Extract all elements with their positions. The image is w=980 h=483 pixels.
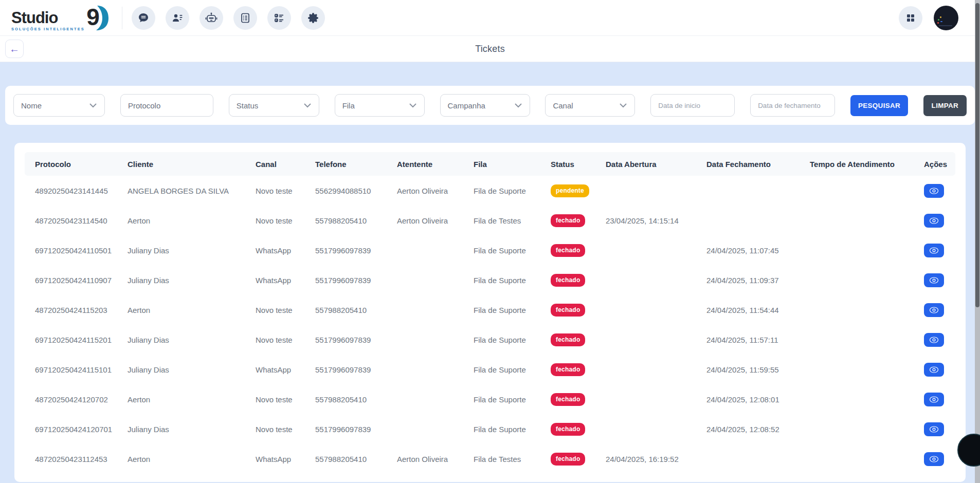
cell-telefone: 5517996097839 [315,276,397,285]
cell-acoes [924,393,955,406]
view-ticket-button[interactable] [924,422,944,436]
cell-acoes [924,452,955,466]
chevron-down-icon [303,103,312,108]
vertical-scrollbar[interactable] [975,0,980,483]
scrollbar-thumb[interactable] [975,3,979,307]
view-ticket-button[interactable] [924,214,944,228]
bot-icon[interactable] [199,6,223,30]
user-avatar[interactable] [934,6,958,30]
cell-data-fechamento: 24/04/2025, 11:07:45 [706,246,810,255]
table-row: 697120250424120701Juliany DiasNovo teste… [25,414,955,444]
table-row: 697120250424110907Juliany DiasWhatsApp55… [25,265,955,295]
logo-nine-mark: 9 [85,5,110,31]
table-row: 48920250423141445ANGELA BORGES DA SILVAN… [25,176,955,206]
cell-fila: Fila de Suporte [474,395,551,404]
view-ticket-button[interactable] [924,452,944,466]
col-telefone: Telefone [315,160,397,169]
table-row: 697120250424115101Juliany DiasWhatsApp55… [25,355,955,384]
contacts-icon[interactable] [166,6,189,30]
cell-canal: Novo teste [256,395,315,404]
cell-fila: Fila de Suporte [474,187,551,195]
table-row: 697120250424110501Juliany DiasWhatsApp55… [25,235,955,265]
tasks-checklist-icon[interactable] [267,6,291,30]
filter-nome-select[interactable]: Nome [13,94,105,117]
cell-canal: Novo teste [256,306,315,314]
cell-data-fechamento: 24/04/2025, 11:59:55 [706,365,810,374]
cell-atentente: Aerton Oliveira [397,216,474,225]
chevron-down-icon [89,103,97,108]
filter-fila-select[interactable]: Fila [335,94,425,117]
status-badge: fechado [551,274,585,287]
notes-icon[interactable] [233,6,257,30]
view-ticket-button[interactable] [924,333,944,347]
filter-status-select[interactable]: Status [229,94,319,117]
col-canal: Canal [256,160,315,169]
titlebar: ← Tickets [0,36,980,62]
cell-atentente: Aerton Oliveira [397,455,474,463]
cell-status: fechado [551,244,606,257]
status-badge: fechado [551,304,585,317]
cell-protocolo: 48720250423114540 [25,216,128,225]
status-badge: fechado [551,363,585,376]
cell-cliente: ANGELA BORGES DA SILVA [128,187,256,195]
cell-status: fechado [551,304,606,317]
chat-icon[interactable] [132,6,155,30]
apps-grid-icon[interactable] [899,6,922,30]
cell-fila: Fila de Testes [474,216,551,225]
view-ticket-button[interactable] [924,303,944,317]
cell-status: fechado [551,453,606,466]
settings-gear-icon[interactable] [301,6,325,30]
cell-acoes [924,273,955,287]
chevron-down-icon [409,103,417,108]
cell-protocolo: 48720250423112453 [25,455,128,463]
back-button[interactable]: ← [5,40,24,58]
col-atentente: Atentente [397,160,474,169]
studio9-logo[interactable]: Studio SOLUÇÕES INTELIGENTES 9 [7,5,117,31]
status-badge: fechado [551,423,585,436]
cell-status: fechado [551,274,606,287]
filter-data-fechamento-input[interactable]: Data de fechamento [750,94,835,117]
cell-protocolo: 697120250424110907 [25,276,128,285]
filter-protocolo-input[interactable]: Protocolo [120,94,213,117]
cell-acoes [924,244,955,257]
cell-protocolo: 48920250423141445 [25,187,128,195]
cell-cliente: Aerton [128,455,256,463]
col-protocolo: Protocolo [25,160,128,169]
cell-telefone: 5562994088510 [315,187,397,195]
table-row: 48720250423114540AertonNovo teste5579882… [25,206,955,235]
cell-canal: WhatsApp [256,455,315,463]
cell-acoes [924,363,955,377]
cell-cliente: Juliany Dias [128,365,256,374]
table-header-row: Protocolo Cliente Canal Telefone Atenten… [25,152,955,176]
cell-status: fechado [551,423,606,436]
divider [122,7,122,29]
view-ticket-button[interactable] [924,184,944,198]
cell-canal: Novo teste [256,425,315,434]
filter-canal-select[interactable]: Canal [545,94,635,117]
view-ticket-button[interactable] [924,363,944,377]
filter-campanha-select[interactable]: Campanha [440,94,530,117]
view-ticket-button[interactable] [924,273,944,287]
cell-data-fechamento: 24/04/2025, 11:54:44 [706,306,810,314]
cell-fila: Fila de Suporte [474,306,551,314]
status-badge: fechado [551,453,585,466]
cell-telefone: 557988205410 [315,395,397,404]
cell-protocolo: 697120250424110501 [25,246,128,255]
cell-status: fechado [551,363,606,376]
cell-telefone: 5517996097839 [315,246,397,255]
cell-telefone: 557988205410 [315,455,397,463]
cell-canal: Novo teste [256,216,315,225]
cell-cliente: Juliany Dias [128,425,256,434]
status-badge: fechado [551,244,585,257]
view-ticket-button[interactable] [924,244,944,257]
cell-fila: Fila de Suporte [474,276,551,285]
cell-data-abertura: 23/04/2025, 14:15:14 [606,216,706,225]
cell-cliente: Aerton [128,216,256,225]
view-ticket-button[interactable] [924,393,944,406]
filter-data-inicio-input[interactable]: Data de inicio [650,94,735,117]
limpar-button[interactable]: LIMPAR [923,95,967,116]
cell-data-fechamento: 24/04/2025, 11:09:37 [706,276,810,285]
pesquisar-button[interactable]: PESQUISAR [850,95,908,116]
cell-status: fechado [551,393,606,406]
cell-canal: WhatsApp [256,246,315,255]
